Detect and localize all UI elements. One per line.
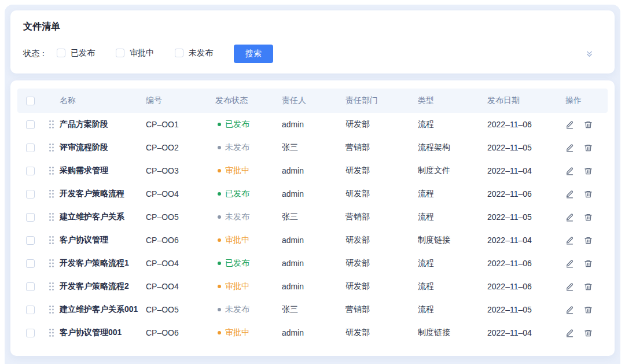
drag-handle-icon[interactable] — [49, 120, 54, 129]
status-dot-icon — [218, 262, 221, 265]
row-type: 制度链接 — [418, 235, 487, 245]
row-code: CP–OO3 — [146, 166, 215, 175]
drag-handle-icon[interactable] — [49, 236, 54, 245]
row-checkbox[interactable] — [26, 259, 35, 268]
status-dot-icon — [218, 192, 221, 196]
delete-trash-icon[interactable] — [584, 236, 593, 245]
select-all-checkbox[interactable] — [26, 97, 35, 105]
row-department: 研发部 — [345, 328, 418, 338]
drag-handle-icon[interactable] — [49, 189, 54, 198]
row-status: 审批中 — [215, 281, 282, 292]
drag-handle-icon[interactable] — [49, 259, 54, 268]
row-actions — [565, 329, 608, 337]
edit-pencil-icon[interactable] — [565, 306, 574, 314]
row-date: 2022–11–04 — [487, 166, 565, 175]
edit-pencil-icon[interactable] — [565, 190, 574, 198]
row-type: 流程 — [418, 212, 487, 222]
status-dot-icon — [218, 146, 221, 149]
row-checkbox[interactable] — [26, 213, 35, 222]
table-body: 产品方案阶段CP–OO1已发布admin研发部流程2022–11–06评审流程阶… — [17, 113, 608, 344]
row-checkbox[interactable] — [26, 120, 35, 129]
row-checkbox-cell — [17, 329, 43, 337]
delete-trash-icon[interactable] — [584, 144, 593, 152]
status-dot-icon — [218, 238, 221, 242]
row-checkbox-cell — [17, 167, 43, 175]
row-checkbox[interactable] — [26, 282, 35, 291]
row-date: 2022–11–06 — [487, 282, 565, 291]
row-checkbox[interactable] — [26, 329, 35, 337]
edit-pencil-icon[interactable] — [565, 120, 574, 129]
status-checkbox[interactable] — [116, 49, 124, 57]
status-checkbox[interactable] — [175, 49, 183, 57]
delete-trash-icon[interactable] — [584, 282, 593, 291]
row-status: 未发布 — [215, 304, 282, 315]
row-checkbox-cell — [17, 282, 43, 291]
row-name: 建立维护客户关系001 — [60, 304, 138, 315]
drag-handle-icon[interactable] — [49, 305, 54, 314]
row-checkbox[interactable] — [26, 144, 35, 152]
status-dot-icon — [218, 123, 221, 126]
delete-trash-icon[interactable] — [584, 329, 593, 337]
drag-handle-icon[interactable] — [49, 143, 54, 152]
row-checkbox[interactable] — [26, 236, 35, 245]
edit-pencil-icon[interactable] — [565, 236, 574, 245]
edit-pencil-icon[interactable] — [565, 259, 574, 268]
status-checkbox[interactable] — [57, 49, 65, 57]
delete-trash-icon[interactable] — [584, 213, 593, 222]
row-owner: admin — [282, 120, 345, 129]
delete-trash-icon[interactable] — [584, 306, 593, 314]
row-checkbox[interactable] — [26, 306, 35, 314]
delete-trash-icon[interactable] — [584, 167, 593, 175]
delete-trash-icon[interactable] — [584, 120, 593, 129]
row-type: 流程 — [418, 189, 487, 199]
collapse-chevron-double-down-icon[interactable] — [585, 50, 602, 58]
name-cell: 客户协议管理 — [43, 235, 146, 245]
row-date: 2022–11–06 — [487, 120, 565, 129]
row-department: 研发部 — [345, 235, 418, 245]
row-checkbox[interactable] — [26, 190, 35, 198]
status-dot-icon — [218, 285, 221, 288]
row-status: 已发布 — [215, 189, 282, 199]
edit-pencil-icon[interactable] — [565, 282, 574, 291]
row-owner: admin — [282, 328, 345, 337]
edit-pencil-icon[interactable] — [565, 167, 574, 175]
delete-trash-icon[interactable] — [584, 259, 593, 268]
name-cell: 客户协议管理001 — [43, 328, 146, 338]
row-checkbox[interactable] — [26, 167, 35, 175]
row-department: 研发部 — [345, 166, 418, 176]
row-actions — [565, 306, 608, 314]
row-date: 2022–11–06 — [487, 189, 565, 198]
row-department: 研发部 — [345, 281, 418, 292]
drag-handle-icon[interactable] — [49, 212, 54, 222]
header-code: 编号 — [146, 95, 215, 106]
row-actions — [565, 259, 608, 268]
table-row: 产品方案阶段CP–OO1已发布admin研发部流程2022–11–06 — [17, 113, 608, 136]
status-filter-option[interactable]: 审批中 — [116, 48, 154, 58]
drag-handle-icon[interactable] — [49, 166, 54, 175]
edit-pencil-icon[interactable] — [565, 213, 574, 222]
status-label: 审批中 — [225, 235, 249, 245]
row-department: 营销部 — [345, 304, 418, 315]
row-owner: 张三 — [282, 212, 345, 222]
edit-pencil-icon[interactable] — [565, 144, 574, 152]
row-checkbox-cell — [17, 144, 43, 152]
name-cell: 开发客户策略流程1 — [43, 258, 146, 269]
filter-options: 已发布审批中未发布 — [57, 48, 234, 60]
name-cell: 开发客户策略流程2 — [43, 281, 146, 292]
row-owner: admin — [282, 282, 345, 291]
edit-pencil-icon[interactable] — [565, 329, 574, 337]
name-cell: 产品方案阶段 — [43, 119, 146, 130]
status-checkbox-label: 未发布 — [189, 48, 213, 58]
row-department: 研发部 — [345, 189, 418, 199]
status-filter-option[interactable]: 未发布 — [175, 48, 213, 58]
drag-handle-icon[interactable] — [49, 282, 54, 291]
delete-trash-icon[interactable] — [584, 190, 593, 198]
name-cell: 建立维护客户关系001 — [43, 304, 146, 315]
name-cell: 建立维护客户关系 — [43, 212, 146, 222]
search-button[interactable]: 搜索 — [234, 45, 273, 63]
table-header-row: 名称 编号 发布状态 责任人 责任部门 类型 发布日期 操作 — [17, 89, 608, 113]
drag-handle-icon[interactable] — [49, 328, 54, 337]
row-type: 流程 — [418, 258, 487, 269]
status-filter-option[interactable]: 已发布 — [57, 48, 95, 58]
row-date: 2022–11–05 — [487, 305, 565, 314]
